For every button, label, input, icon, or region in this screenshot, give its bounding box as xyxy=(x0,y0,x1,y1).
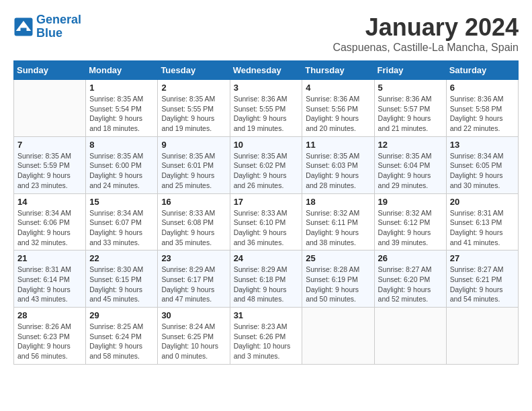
calendar-cell: 15Sunrise: 8:34 AMSunset: 6:07 PMDayligh… xyxy=(86,193,158,250)
day-info: Sunrise: 8:34 AMSunset: 6:05 PMDaylight:… xyxy=(450,151,515,191)
day-info: Sunrise: 8:35 AMSunset: 5:59 PMDaylight:… xyxy=(17,151,82,191)
calendar-cell: 16Sunrise: 8:33 AMSunset: 6:08 PMDayligh… xyxy=(158,193,230,250)
day-number: 8 xyxy=(89,140,154,150)
calendar-cell: 4Sunrise: 8:36 AMSunset: 5:56 PMDaylight… xyxy=(302,80,374,137)
day-number: 2 xyxy=(161,83,226,93)
calendar-cell: 14Sunrise: 8:34 AMSunset: 6:06 PMDayligh… xyxy=(14,193,86,250)
day-info: Sunrise: 8:28 AMSunset: 6:19 PMDaylight:… xyxy=(306,265,370,304)
calendar-cell: 20Sunrise: 8:31 AMSunset: 6:13 PMDayligh… xyxy=(446,193,518,250)
calendar-cell: 8Sunrise: 8:35 AMSunset: 6:00 PMDaylight… xyxy=(86,136,158,193)
day-number: 11 xyxy=(306,140,370,150)
calendar-table: SundayMondayTuesdayWednesdayThursdayFrid… xyxy=(13,60,519,365)
calendar-cell: 5Sunrise: 8:36 AMSunset: 5:57 PMDaylight… xyxy=(374,80,446,137)
calendar-cell: 3Sunrise: 8:36 AMSunset: 5:55 PMDaylight… xyxy=(230,80,302,137)
day-number: 25 xyxy=(306,253,370,263)
calendar-week-1: 1Sunrise: 8:35 AMSunset: 5:54 PMDaylight… xyxy=(14,80,519,137)
day-number: 6 xyxy=(450,83,515,93)
calendar-cell: 11Sunrise: 8:35 AMSunset: 6:03 PMDayligh… xyxy=(302,136,374,193)
day-info: Sunrise: 8:31 AMSunset: 6:14 PMDaylight:… xyxy=(17,265,82,304)
day-number: 28 xyxy=(17,310,82,320)
day-info: Sunrise: 8:36 AMSunset: 5:58 PMDaylight:… xyxy=(450,94,515,134)
day-info: Sunrise: 8:26 AMSunset: 6:23 PMDaylight:… xyxy=(17,322,82,361)
day-info: Sunrise: 8:30 AMSunset: 6:15 PMDaylight:… xyxy=(89,265,154,304)
day-number: 30 xyxy=(161,310,226,320)
calendar-cell: 27Sunrise: 8:27 AMSunset: 6:21 PMDayligh… xyxy=(446,250,518,308)
day-number: 12 xyxy=(378,140,443,150)
day-info: Sunrise: 8:32 AMSunset: 6:12 PMDaylight:… xyxy=(378,208,443,248)
day-info: Sunrise: 8:36 AMSunset: 5:56 PMDaylight:… xyxy=(306,94,370,134)
calendar-cell: 1Sunrise: 8:35 AMSunset: 5:54 PMDaylight… xyxy=(86,80,158,137)
day-info: Sunrise: 8:35 AMSunset: 6:00 PMDaylight:… xyxy=(89,151,154,191)
calendar-cell: 6Sunrise: 8:36 AMSunset: 5:58 PMDaylight… xyxy=(446,80,518,137)
day-info: Sunrise: 8:35 AMSunset: 5:55 PMDaylight:… xyxy=(161,94,226,134)
logo-line2: Blue xyxy=(36,26,62,40)
calendar-cell xyxy=(14,80,86,137)
day-number: 16 xyxy=(161,197,226,207)
calendar-week-5: 28Sunrise: 8:26 AMSunset: 6:23 PMDayligh… xyxy=(14,308,519,365)
day-info: Sunrise: 8:35 AMSunset: 6:03 PMDaylight:… xyxy=(306,151,370,191)
calendar-week-2: 7Sunrise: 8:35 AMSunset: 5:59 PMDaylight… xyxy=(14,136,519,193)
day-number: 13 xyxy=(450,140,515,150)
logo-icon xyxy=(13,17,34,37)
day-info: Sunrise: 8:29 AMSunset: 6:17 PMDaylight:… xyxy=(161,265,226,304)
day-info: Sunrise: 8:35 AMSunset: 6:01 PMDaylight:… xyxy=(161,151,226,191)
day-number: 26 xyxy=(378,253,443,263)
day-info: Sunrise: 8:36 AMSunset: 5:57 PMDaylight:… xyxy=(378,94,443,134)
day-header-monday: Monday xyxy=(86,61,158,80)
day-header-thursday: Thursday xyxy=(302,61,374,80)
day-number: 4 xyxy=(306,83,370,93)
calendar-cell: 31Sunrise: 8:23 AMSunset: 6:26 PMDayligh… xyxy=(230,308,302,365)
day-info: Sunrise: 8:36 AMSunset: 5:55 PMDaylight:… xyxy=(234,94,299,134)
day-info: Sunrise: 8:35 AMSunset: 6:02 PMDaylight:… xyxy=(234,151,299,191)
day-number: 18 xyxy=(306,197,370,207)
day-number: 14 xyxy=(17,197,82,207)
calendar-header-row: SundayMondayTuesdayWednesdayThursdayFrid… xyxy=(14,61,519,80)
day-info: Sunrise: 8:24 AMSunset: 6:25 PMDaylight:… xyxy=(161,322,226,361)
svg-rect-2 xyxy=(21,28,27,32)
day-number: 15 xyxy=(89,197,154,207)
day-info: Sunrise: 8:32 AMSunset: 6:11 PMDaylight:… xyxy=(306,208,370,248)
calendar-cell: 29Sunrise: 8:25 AMSunset: 6:24 PMDayligh… xyxy=(86,308,158,365)
day-number: 9 xyxy=(161,140,226,150)
day-header-tuesday: Tuesday xyxy=(158,61,230,80)
day-info: Sunrise: 8:25 AMSunset: 6:24 PMDaylight:… xyxy=(89,322,154,361)
day-number: 20 xyxy=(450,197,515,207)
day-number: 19 xyxy=(378,197,443,207)
logo-line1: General xyxy=(36,13,81,26)
day-info: Sunrise: 8:27 AMSunset: 6:20 PMDaylight:… xyxy=(378,265,443,304)
calendar-cell: 25Sunrise: 8:28 AMSunset: 6:19 PMDayligh… xyxy=(302,250,374,308)
day-number: 23 xyxy=(161,253,226,263)
day-info: Sunrise: 8:35 AMSunset: 6:04 PMDaylight:… xyxy=(378,151,443,191)
calendar-cell: 12Sunrise: 8:35 AMSunset: 6:04 PMDayligh… xyxy=(374,136,446,193)
day-info: Sunrise: 8:23 AMSunset: 6:26 PMDaylight:… xyxy=(234,322,299,361)
day-info: Sunrise: 8:34 AMSunset: 6:06 PMDaylight:… xyxy=(17,208,82,248)
calendar-week-3: 14Sunrise: 8:34 AMSunset: 6:06 PMDayligh… xyxy=(14,193,519,250)
logo: General Blue xyxy=(13,13,81,40)
day-number: 17 xyxy=(234,197,299,207)
calendar-cell xyxy=(302,308,374,365)
calendar-cell: 2Sunrise: 8:35 AMSunset: 5:55 PMDaylight… xyxy=(158,80,230,137)
calendar-cell: 23Sunrise: 8:29 AMSunset: 6:17 PMDayligh… xyxy=(158,250,230,308)
calendar-cell: 10Sunrise: 8:35 AMSunset: 6:02 PMDayligh… xyxy=(230,136,302,193)
calendar-cell: 28Sunrise: 8:26 AMSunset: 6:23 PMDayligh… xyxy=(14,308,86,365)
day-info: Sunrise: 8:27 AMSunset: 6:21 PMDaylight:… xyxy=(450,265,515,304)
logo-text: General Blue xyxy=(36,13,81,40)
day-info: Sunrise: 8:33 AMSunset: 6:10 PMDaylight:… xyxy=(234,208,299,248)
calendar-title: January 2024 xyxy=(332,13,519,42)
calendar-cell: 13Sunrise: 8:34 AMSunset: 6:05 PMDayligh… xyxy=(446,136,518,193)
title-area: January 2024 Caspuenas, Castille-La Manc… xyxy=(332,13,519,54)
calendar-subtitle: Caspuenas, Castille-La Mancha, Spain xyxy=(332,42,519,54)
day-number: 5 xyxy=(378,83,443,93)
day-number: 22 xyxy=(89,253,154,263)
calendar-cell: 21Sunrise: 8:31 AMSunset: 6:14 PMDayligh… xyxy=(14,250,86,308)
day-info: Sunrise: 8:35 AMSunset: 5:54 PMDaylight:… xyxy=(89,94,154,134)
day-number: 7 xyxy=(17,140,82,150)
calendar-cell: 24Sunrise: 8:29 AMSunset: 6:18 PMDayligh… xyxy=(230,250,302,308)
day-header-friday: Friday xyxy=(374,61,446,80)
calendar-cell: 17Sunrise: 8:33 AMSunset: 6:10 PMDayligh… xyxy=(230,193,302,250)
day-number: 24 xyxy=(234,253,299,263)
day-number: 10 xyxy=(234,140,299,150)
day-info: Sunrise: 8:34 AMSunset: 6:07 PMDaylight:… xyxy=(89,208,154,248)
day-number: 3 xyxy=(234,83,299,93)
day-number: 21 xyxy=(17,253,82,263)
